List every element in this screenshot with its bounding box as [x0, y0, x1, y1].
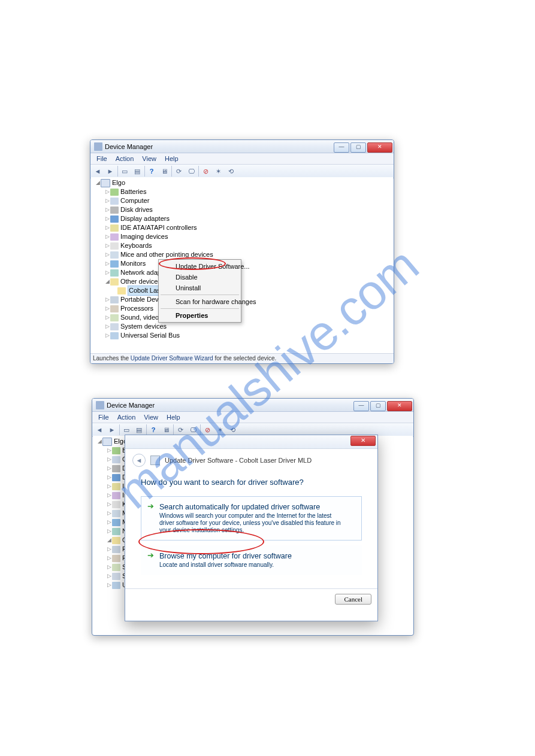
option-browse-manual[interactable]: ➔ Browse my computer for driver software…	[141, 545, 362, 575]
expand-icon[interactable]: ▷	[104, 322, 110, 331]
cancel-button[interactable]: Cancel	[335, 594, 371, 605]
show-hide-tree-icon[interactable]: ▭	[119, 166, 131, 177]
scan-hw-icon[interactable]: ⟲	[225, 166, 237, 177]
collapse-icon[interactable]: ◢	[106, 536, 112, 545]
ctx-scan[interactable]: Scan for hardware changes	[160, 296, 240, 307]
disable-icon[interactable]: ⊘	[200, 166, 212, 177]
expand-icon[interactable]: ▷	[104, 223, 110, 232]
scan-icon[interactable]: 🖥	[158, 166, 171, 177]
titlebar[interactable]: Device Manager — ▢ ✕	[92, 399, 413, 412]
properties-icon[interactable]: ▤	[133, 424, 146, 435]
maximize-button[interactable]: ▢	[370, 401, 386, 411]
ctx-update-driver[interactable]: Update Driver Software...	[160, 261, 240, 272]
tree-item[interactable]: Computer	[120, 196, 149, 205]
menu-file[interactable]: File	[95, 413, 113, 421]
expand-icon[interactable]: ▷	[106, 491, 112, 500]
disable-icon[interactable]: ⊘	[201, 424, 214, 435]
expand-icon[interactable]: ▷	[104, 304, 110, 313]
ctx-uninstall[interactable]: Uninstall	[160, 283, 240, 293]
expand-icon[interactable]: ▷	[106, 446, 112, 455]
expand-icon[interactable]: ▷	[104, 214, 110, 223]
menu-help[interactable]: Help	[161, 154, 182, 163]
enable-icon[interactable]: ✶	[214, 424, 226, 435]
tree-item[interactable]: Disk drives	[120, 205, 153, 214]
expand-icon[interactable]: ▷	[106, 518, 112, 527]
computer-icon	[110, 198, 119, 205]
expand-icon[interactable]: ▷	[104, 259, 110, 268]
expand-icon[interactable]: ▷	[106, 563, 112, 572]
close-button[interactable]: ✕	[350, 436, 376, 446]
expand-icon[interactable]: ▷	[104, 268, 110, 277]
close-button[interactable]: ✕	[367, 142, 392, 153]
expand-icon[interactable]: ▷	[106, 554, 112, 563]
back-button[interactable]: ◄	[92, 166, 104, 177]
expand-icon[interactable]: ▷	[104, 232, 110, 241]
back-icon[interactable]: ◄	[132, 454, 146, 467]
help-icon[interactable]: ?	[146, 166, 158, 177]
tree-root[interactable]: Elgo	[112, 178, 125, 187]
forward-button[interactable]: ►	[104, 166, 117, 177]
tree-item[interactable]: Imaging devices	[120, 232, 168, 241]
menu-action[interactable]: Action	[114, 413, 140, 421]
properties-icon[interactable]: ▤	[131, 166, 144, 177]
menu-view[interactable]: View	[138, 154, 160, 163]
back-button[interactable]: ◄	[93, 424, 106, 435]
expand-icon[interactable]: ▷	[106, 455, 112, 464]
menu-help[interactable]: Help	[163, 413, 184, 421]
expand-icon[interactable]: ▷	[104, 250, 110, 259]
dialog-titlebar[interactable]: ✕	[125, 435, 377, 449]
menu-action[interactable]: Action	[112, 154, 138, 163]
expand-icon[interactable]: ▷	[106, 464, 112, 473]
minimize-button[interactable]: —	[334, 142, 349, 153]
expand-icon[interactable]: ▷	[106, 527, 112, 536]
tree-item[interactable]: Processors	[120, 304, 153, 313]
expand-icon[interactable]: ▷	[104, 187, 110, 196]
status-link[interactable]: Update Driver Software Wizard	[131, 355, 213, 362]
expand-icon[interactable]: ▷	[104, 313, 110, 322]
collapse-icon[interactable]: ◢	[95, 178, 101, 187]
menu-view[interactable]: View	[140, 413, 162, 421]
expand-icon[interactable]: ▷	[106, 572, 112, 581]
tree-item[interactable]: Batteries	[120, 187, 146, 196]
scan-hw-icon[interactable]: ⟲	[226, 424, 239, 435]
expand-icon[interactable]: ▷	[104, 241, 110, 250]
collapse-icon[interactable]: ◢	[96, 437, 102, 446]
minimize-button[interactable]: —	[353, 401, 369, 411]
help-icon[interactable]: ?	[147, 424, 160, 435]
tree-item[interactable]: Display adapters	[120, 214, 170, 223]
forward-button[interactable]: ►	[106, 424, 119, 435]
tree-item[interactable]: System devices	[120, 322, 167, 331]
tree-item-other[interactable]: Other devices	[120, 277, 161, 286]
expand-icon[interactable]: ▷	[104, 295, 110, 304]
imaging-icon	[112, 492, 120, 499]
expand-icon[interactable]: ▷	[104, 196, 110, 205]
enable-icon[interactable]: ✶	[212, 166, 225, 177]
expand-icon[interactable]: ▷	[106, 473, 112, 482]
menu-file[interactable]: File	[93, 154, 111, 163]
update-driver-icon[interactable]: ⟳	[174, 424, 187, 435]
uninstall-icon[interactable]: 🖵	[185, 166, 198, 177]
expand-icon[interactable]: ▷	[104, 331, 110, 340]
tree-item[interactable]: Monitors	[120, 259, 146, 268]
show-hide-tree-icon[interactable]: ▭	[120, 424, 133, 435]
ctx-properties[interactable]: Properties	[160, 310, 240, 321]
option-search-auto[interactable]: ➔ Search automatically for updated drive…	[141, 496, 362, 541]
tree-item[interactable]: Mice and other pointing devices	[120, 250, 213, 259]
titlebar[interactable]: Device Manager — ▢ ✕	[90, 140, 394, 153]
expand-icon[interactable]: ▷	[106, 509, 112, 518]
uninstall-icon[interactable]: 🖵	[187, 424, 200, 435]
tree-item[interactable]: Keyboards	[120, 241, 152, 250]
expand-icon[interactable]: ▷	[106, 581, 112, 590]
collapse-icon[interactable]: ◢	[104, 277, 110, 286]
close-button[interactable]: ✕	[387, 401, 412, 411]
expand-icon[interactable]: ▷	[106, 545, 112, 554]
update-driver-icon[interactable]: ⟳	[173, 166, 185, 177]
tree-item[interactable]: Universal Serial Bus	[120, 331, 180, 340]
scan-icon[interactable]: 🖥	[160, 424, 173, 435]
expand-icon[interactable]: ▷	[106, 482, 112, 491]
expand-icon[interactable]: ▷	[104, 205, 110, 214]
ctx-disable[interactable]: Disable	[160, 272, 240, 283]
expand-icon[interactable]: ▷	[106, 500, 112, 509]
maximize-button[interactable]: ▢	[350, 142, 366, 153]
tree-item[interactable]: IDE ATA/ATAPI controllers	[120, 223, 197, 232]
